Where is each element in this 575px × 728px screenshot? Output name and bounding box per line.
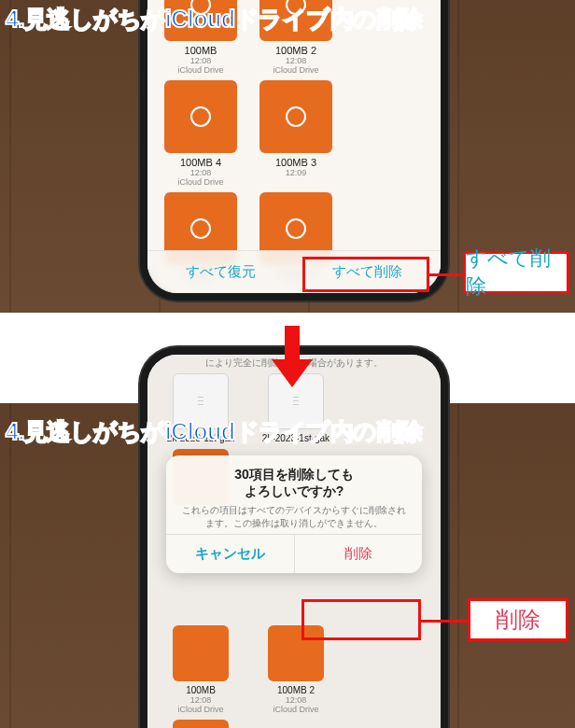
- phone-frame: により完全に削除される場合があります。 ········· 2k-2023-1s…: [140, 347, 448, 728]
- step-panel-top: 4.見逃しがちがiCloudドライブ内の削除 100MB 12:08 iClou…: [0, 0, 575, 313]
- file-name: 100MB 2: [275, 45, 316, 56]
- sheet-title-line1: 30項目を削除しても: [181, 467, 407, 483]
- confirm-sheet: 30項目を削除しても よろしいですか? これらの項目はすべてのデバイスからすぐに…: [166, 455, 422, 573]
- file-time: 12:08: [190, 695, 212, 705]
- file-location: iCloud Drive: [273, 705, 318, 714]
- file-thumb: [259, 80, 332, 153]
- selection-icon: [286, 218, 306, 239]
- step-panel-bottom: 4.見逃しがちがiCloudドライブ内の削除 により完全に削除される場合がありま…: [0, 403, 575, 728]
- highlight-box: [302, 599, 421, 640]
- file-item[interactable]: 100MB 3 12:09: [252, 80, 340, 187]
- file-time: 12:08: [286, 695, 307, 705]
- file-name: 100MB: [185, 45, 217, 56]
- file-name: 100MB: [186, 685, 216, 695]
- file-location: iCloud Drive: [177, 65, 223, 75]
- step-caption: 4.見逃しがちがiCloudドライブ内の削除: [6, 416, 423, 447]
- file-grid-lower[interactable]: 100MB 12:08 iCloud Drive 100MB 2 12:08 i…: [147, 625, 441, 728]
- sheet-header: 30項目を削除しても よろしいですか? これらの項目はすべてのデバイスからすぐに…: [166, 455, 422, 534]
- file-time: 12:08: [190, 168, 212, 177]
- callout-delete: 削除: [468, 598, 568, 641]
- selection-icon: [190, 218, 211, 239]
- file-location: iCloud Drive: [177, 177, 223, 187]
- file-name: 100MB 2: [277, 685, 315, 695]
- sheet-title-line2: よろしいですか?: [181, 483, 407, 500]
- file-location: iCloud Drive: [177, 705, 223, 714]
- file-name: 100MB 3: [275, 157, 316, 168]
- cancel-button[interactable]: キャンセル: [166, 535, 295, 573]
- file-time: 12:08: [286, 56, 307, 65]
- files-screen: 100MB 12:08 iCloud Drive 100MB 2 12:08 i…: [147, 0, 441, 293]
- callout-connector: [421, 620, 468, 623]
- file-thumb: [173, 625, 229, 681]
- file-item[interactable]: 100MB 4 12:08 iCloud Drive: [157, 80, 245, 187]
- down-arrow-icon: [275, 326, 309, 391]
- selection-icon: [286, 106, 306, 127]
- step-caption: 4.見逃しがちがiCloudドライブ内の削除: [6, 4, 423, 35]
- restore-all-button[interactable]: すべて復元: [186, 263, 256, 281]
- files-screen: により完全に削除される場合があります。 ········· 2k-2023-1s…: [147, 355, 441, 728]
- file-item[interactable]: 100MB 12:08 iCloud Drive: [157, 625, 245, 714]
- selection-icon: [190, 106, 211, 127]
- phone-frame: 100MB 12:08 iCloud Drive 100MB 2 12:08 i…: [140, 0, 448, 301]
- highlight-box: [302, 257, 429, 292]
- callout-delete-all: すべて削除: [463, 251, 569, 294]
- file-name: 100MB 4: [180, 157, 221, 168]
- delete-button[interactable]: 削除: [295, 535, 423, 573]
- panel-gap: [0, 313, 575, 403]
- sheet-body: これらの項目はすべてのデバイスからすぐに削除されます。この操作は取り消しができま…: [181, 504, 407, 530]
- callout-connector: [429, 273, 463, 276]
- file-time: 12:08: [190, 56, 212, 65]
- file-item[interactable]: 100MB 4 12:08 iCloud Drive: [157, 720, 245, 728]
- file-time: 12:09: [286, 168, 307, 177]
- file-location: iCloud Drive: [273, 65, 318, 75]
- file-thumb: [164, 80, 237, 153]
- sheet-actions: キャンセル 削除: [166, 534, 422, 573]
- file-thumb: [173, 720, 229, 728]
